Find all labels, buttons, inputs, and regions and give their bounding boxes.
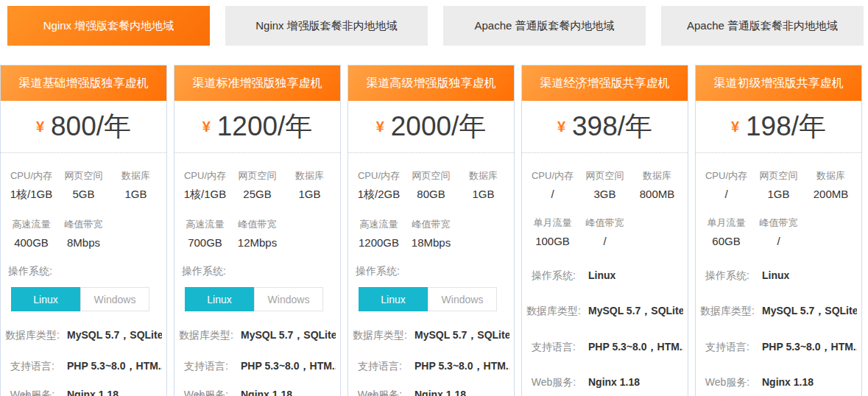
currency-symbol: ¥	[36, 119, 44, 135]
db-type-value: MySQL 5.7，SQLite	[588, 303, 683, 318]
lang-value: PHP 5.3~8.0，HTM...	[762, 339, 857, 354]
os-windows-button[interactable]: Windows	[254, 287, 323, 311]
os-toggle: Linux Windows	[185, 287, 333, 311]
spec-label: CPU/内存	[700, 169, 752, 183]
tab-apache-mainland[interactable]: Apache 普通版套餐内地地域	[443, 6, 646, 46]
price-amount: 800	[51, 111, 96, 142]
lang-label: 支持语言:	[700, 339, 755, 354]
os-row: 操作系统: Linux	[696, 268, 861, 283]
os-section: 操作系统: Linux Windows	[1, 249, 166, 311]
plan-price: ¥ 398 /年	[522, 101, 688, 153]
spec-value: 18Mbps	[405, 236, 457, 249]
spec-value: 1GB	[457, 188, 509, 202]
db-type-row: 数据库类型: MySQL 5.7，SQLite	[174, 328, 340, 342]
price-amount: 1200	[217, 111, 278, 142]
spec-value: 400GB	[5, 236, 57, 249]
spec-value: /	[700, 188, 752, 200]
lang-label: 支持语言:	[5, 358, 60, 373]
lang-row: 支持语言: PHP 5.3~8.0，HTM...	[174, 358, 340, 373]
price-unit: /年	[618, 108, 652, 145]
os-row: 操作系统: Linux	[522, 268, 688, 283]
spec-label: 峰值带宽	[231, 218, 283, 231]
tab-nginx-non-mainland[interactable]: Nginx 增强版套餐非内地地域	[225, 6, 428, 46]
spec-label: 网页空间	[752, 169, 805, 183]
os-linux-button[interactable]: Linux	[11, 287, 80, 311]
spec-label: 网页空间	[405, 169, 457, 183]
spec-label: 高速流量	[179, 218, 231, 231]
db-type-value: MySQL 5.7，SQLite	[241, 328, 336, 342]
lang-row: 支持语言: PHP 5.3~8.0，HTM...	[348, 358, 514, 373]
datacenter-label: 机房:	[5, 391, 60, 396]
db-type-row: 数据库类型: MySQL 5.7，SQLite	[1, 328, 166, 342]
web-service-value: Nginx 1.18	[414, 387, 466, 396]
os-value: Linux	[588, 268, 615, 283]
spec-value: 80GB	[405, 188, 457, 202]
lang-value: PHP 5.3~8.0，HTM...	[241, 358, 336, 373]
spec-grid: CPU/内存 网页空间 数据库 / 1GB 200MB 单月流量 峰值带宽 60…	[696, 153, 861, 247]
spec-value: 800MB	[631, 188, 683, 200]
os-linux-button[interactable]: Linux	[185, 287, 254, 311]
tab-apache-non-mainland[interactable]: Apache 普通版套餐非内地地域	[661, 6, 864, 46]
spec-label: 数据库	[457, 169, 509, 183]
spec-value: 1GB	[752, 188, 805, 200]
db-type-label: 数据库类型:	[353, 328, 407, 342]
spec-value: 1核/1GB	[5, 188, 57, 202]
plan-price: ¥ 1200 /年	[174, 101, 340, 153]
web-service-label: Web服务:	[700, 375, 755, 389]
spec-value: 3GB	[579, 188, 631, 200]
os-section: 操作系统: Linux Windows	[174, 249, 340, 311]
lang-value: PHP 5.3~8.0，HTM...	[588, 339, 683, 354]
spec-value: 1GB	[110, 188, 162, 202]
plan-card-basic: 渠道基础增强版独享虚机 ¥ 800 /年 CPU/内存 网页空间 数据库 1核/…	[0, 65, 167, 396]
spec-label: 峰值带宽	[579, 216, 631, 230]
plan-title: 渠道基础增强版独享虚机	[1, 66, 166, 101]
plan-price: ¥ 198 /年	[696, 101, 861, 153]
price-unit: /年	[451, 108, 486, 145]
os-value: Linux	[762, 268, 789, 283]
spec-label: 峰值带宽	[752, 216, 805, 230]
lang-label: 支持语言:	[353, 358, 407, 373]
os-label: 操作系统:	[526, 268, 581, 283]
os-windows-button[interactable]: Windows	[80, 287, 149, 311]
web-service-row: Web服务: Nginx 1.18	[696, 375, 861, 389]
price-unit: /年	[278, 108, 312, 145]
os-toggle: Linux Windows	[359, 287, 507, 311]
plan-card-standard: 渠道标准增强版独享虚机 ¥ 1200 /年 CPU/内存 网页空间 数据库 1核…	[174, 65, 341, 396]
lang-value: PHP 5.3~8.0，HTM...	[414, 358, 509, 373]
lang-row: 支持语言: PHP 5.3~8.0，HTM...	[522, 339, 688, 354]
spec-label: CPU/内存	[353, 169, 405, 183]
spec-label: 单月流量	[526, 216, 579, 230]
db-type-value: MySQL 5.7，SQLite	[762, 303, 857, 318]
plan-card-advanced: 渠道高级增强版独享虚机 ¥ 2000 /年 CPU/内存 网页空间 数据库 1核…	[347, 65, 515, 396]
spec-value: 5GB	[57, 188, 110, 202]
spec-label: CPU/内存	[179, 169, 231, 183]
spec-grid: CPU/内存 网页空间 数据库 1核/1GB 5GB 1GB 高速流量 峰值带宽…	[1, 153, 166, 249]
db-type-row: 数据库类型: MySQL 5.7，SQLite	[522, 303, 688, 318]
lang-row: 支持语言: PHP 5.3~8.0，HTM...	[1, 358, 166, 373]
os-label: 操作系统:	[8, 265, 159, 278]
os-windows-button[interactable]: Windows	[428, 287, 497, 311]
spec-value: 12Mbps	[231, 236, 283, 249]
spec-value: 1200GB	[353, 236, 405, 249]
spec-value: /	[579, 235, 631, 247]
spec-label: 高速流量	[5, 218, 57, 231]
spec-label: 数据库	[110, 169, 162, 183]
spec-value: 1GB	[283, 188, 336, 202]
spec-grid: CPU/内存 网页空间 数据库 / 3GB 800MB 单月流量 峰值带宽 10…	[522, 153, 688, 247]
spec-label: 网页空间	[57, 169, 110, 183]
plan-title: 渠道初级增强版共享虚机	[696, 66, 861, 101]
spec-value: 200MB	[805, 188, 857, 200]
spec-value: /	[752, 235, 805, 247]
web-service-value: Nginx 1.18	[241, 387, 292, 396]
spec-label: 高速流量	[353, 218, 405, 231]
spec-value: 60GB	[700, 235, 752, 247]
os-section: 操作系统: Linux Windows	[348, 249, 514, 311]
lang-value: PHP 5.3~8.0，HTM...	[67, 358, 162, 373]
db-type-value: MySQL 5.7，SQLite	[67, 328, 162, 342]
os-linux-button[interactable]: Linux	[359, 287, 428, 311]
os-label: 操作系统:	[356, 265, 507, 278]
currency-symbol: ¥	[731, 119, 739, 135]
spec-label: 数据库	[805, 169, 857, 183]
tab-nginx-mainland[interactable]: Nginx 增强版套餐内地地域	[7, 6, 210, 46]
db-type-label: 数据库类型:	[179, 328, 233, 342]
